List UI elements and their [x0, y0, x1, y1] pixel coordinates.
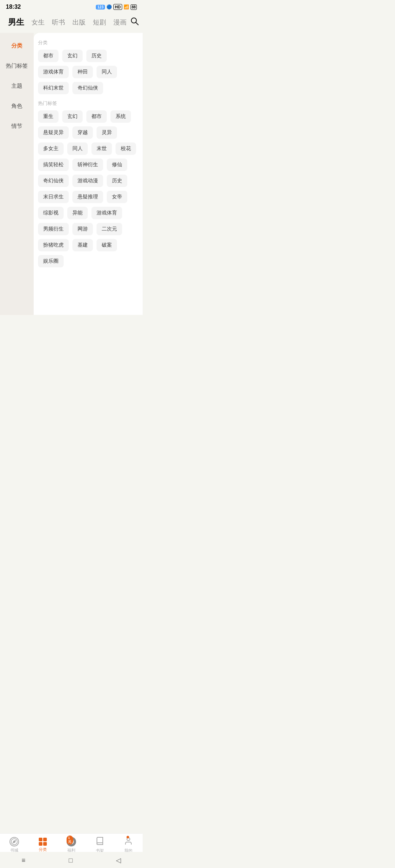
hot-tag-youxi-dongman[interactable]: 游戏动漫 — [72, 175, 103, 187]
hot-tag-banzhu-chihu[interactable]: 扮猪吃虎 — [38, 239, 69, 251]
status-bar: 18:32 123 🔵 HD 📶 88 — [0, 0, 143, 12]
status-icons: 123 🔵 HD 📶 88 — [96, 4, 137, 10]
tag-zhengtian[interactable]: 种田 — [72, 66, 93, 78]
hot-tag-poan[interactable]: 破案 — [97, 239, 117, 251]
sidebar-item-category[interactable]: 分类 — [0, 36, 34, 56]
main-content: 分类 热门标签 主题 角色 情节 分类 都市 玄幻 历史 游戏体育 种田 同人 — [0, 33, 143, 315]
search-button[interactable] — [130, 17, 139, 28]
hot-tag-yineng[interactable]: 异能 — [67, 207, 88, 219]
sidebar: 分类 热门标签 主题 角色 情节 — [0, 33, 34, 315]
tag-dushi[interactable]: 都市 — [38, 50, 59, 62]
hot-tag-xiuxian[interactable]: 修仙 — [107, 159, 127, 171]
hot-tag-tongren[interactable]: 同人 — [67, 142, 88, 155]
status-badge: 123 — [96, 5, 105, 9]
hd-badge: HD — [113, 4, 122, 10]
hot-tag-zhanshen-yansheng[interactable]: 斩神衍生 — [72, 159, 103, 171]
signal-icon: 📶 — [124, 4, 129, 9]
tag-kehuan-moshi[interactable]: 科幻末世 — [38, 82, 69, 94]
svg-line-1 — [136, 22, 138, 25]
hot-tag-xuanyi-lingyi[interactable]: 悬疑灵异 — [38, 126, 69, 139]
hot-tag-youxi-tiyu2[interactable]: 游戏体育 — [91, 207, 122, 219]
hot-tag-gaoxiao[interactable]: 搞笑轻松 — [38, 159, 69, 171]
hot-tag-chuanyue[interactable]: 穿越 — [72, 126, 93, 139]
hot-tag-lishi[interactable]: 历史 — [107, 175, 127, 187]
tab-audiobook[interactable]: 听书 — [48, 16, 69, 28]
hot-tag-chongsheng[interactable]: 重生 — [38, 110, 59, 123]
hot-tag-erciyuan[interactable]: 二次元 — [97, 223, 122, 235]
hot-tag-jijian[interactable]: 基建 — [72, 239, 93, 251]
tab-publish[interactable]: 出版 — [69, 16, 89, 28]
hot-tag-xitong[interactable]: 系统 — [110, 110, 131, 123]
hot-tag-nvdi[interactable]: 女帝 — [107, 191, 127, 203]
hot-tag-xuanhuan[interactable]: 玄幻 — [62, 110, 83, 123]
section-label-category: 分类 — [38, 39, 138, 46]
bluetooth-icon: 🔵 — [106, 4, 112, 9]
tag-xuanhuan[interactable]: 玄幻 — [62, 50, 83, 62]
sidebar-item-plot[interactable]: 情节 — [0, 116, 34, 136]
sidebar-item-character[interactable]: 角色 — [0, 96, 34, 116]
hot-tag-yulequan[interactable]: 娱乐圈 — [38, 255, 64, 267]
category-tags-grid: 都市 玄幻 历史 游戏体育 种田 同人 科幻末世 奇幻仙侠 — [38, 50, 138, 94]
hot-tag-zong-yingshi[interactable]: 综影视 — [38, 207, 64, 219]
tag-qihuan-xianxia[interactable]: 奇幻仙侠 — [72, 82, 103, 94]
hot-tag-moshi[interactable]: 末世 — [91, 142, 112, 155]
hot-tag-xiaohua[interactable]: 校花 — [116, 142, 136, 155]
hot-tag-duo-nvzhu[interactable]: 多女主 — [38, 142, 64, 155]
hot-tag-nanpin-yansheng[interactable]: 男频衍生 — [38, 223, 69, 235]
section-label-hot-tags: 热门标签 — [38, 100, 138, 107]
hot-tag-dushi[interactable]: 都市 — [86, 110, 107, 123]
tab-female[interactable]: 女生 — [28, 16, 48, 28]
tag-lishi[interactable]: 历史 — [86, 50, 107, 62]
tab-shortdrama[interactable]: 短剧 — [89, 16, 110, 28]
status-time: 18:32 — [6, 4, 21, 10]
hot-tag-wangyou[interactable]: 网游 — [72, 223, 93, 235]
hot-tag-qihuan-xianxia2[interactable]: 奇幻仙侠 — [38, 175, 69, 187]
content-area: 分类 都市 玄幻 历史 游戏体育 种田 同人 科幻末世 奇幻仙侠 热门标签 重生… — [34, 33, 143, 315]
top-nav: 男生 女生 听书 出版 短剧 漫画 — [0, 12, 143, 33]
hot-tag-xuanyi-tuili[interactable]: 悬疑推理 — [72, 191, 103, 203]
hot-tags-grid: 重生 玄幻 都市 系统 悬疑灵异 穿越 灵异 多女主 同人 末世 校花 搞笑轻松… — [38, 110, 138, 267]
hot-tag-moriqiusheng[interactable]: 末日求生 — [38, 191, 69, 203]
hot-tag-lingyi[interactable]: 灵异 — [97, 126, 117, 139]
tab-manga[interactable]: 漫画 — [110, 16, 130, 28]
tag-youxi-tiyu[interactable]: 游戏体育 — [38, 66, 69, 78]
sidebar-item-theme[interactable]: 主题 — [0, 76, 34, 96]
battery-indicator: 88 — [131, 4, 137, 10]
tag-tongren[interactable]: 同人 — [97, 66, 117, 78]
tab-male[interactable]: 男生 — [4, 15, 28, 29]
sidebar-item-hot-tags[interactable]: 热门标签 — [0, 56, 34, 76]
